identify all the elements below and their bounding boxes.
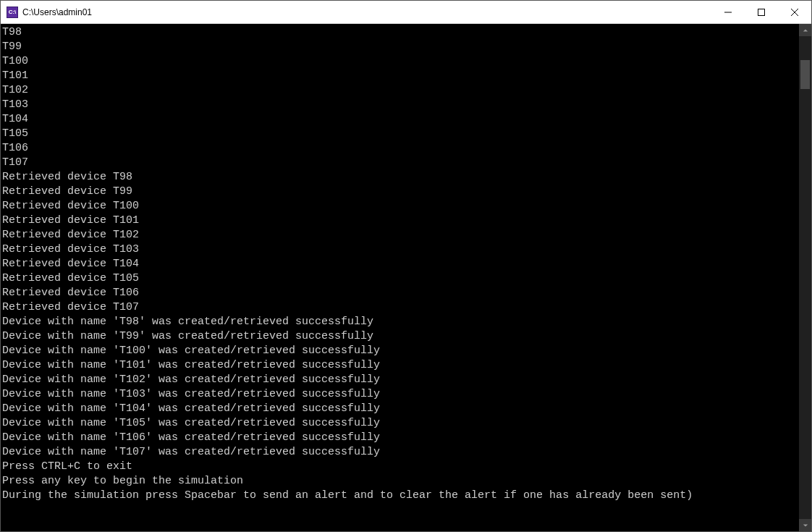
console-line: T100 — [2, 54, 799, 69]
console-line: Retrieved device T107 — [2, 300, 799, 315]
console-line: Retrieved device T106 — [2, 286, 799, 300]
console-line: Retrieved device T101 — [2, 214, 799, 228]
console-line: Device with name 'T107' was created/retr… — [2, 445, 799, 460]
minimize-icon — [724, 9, 732, 16]
console-line: Retrieved device T100 — [2, 199, 799, 214]
titlebar[interactable]: C:\ C:\Users\admin01 — [1, 1, 811, 24]
scroll-down-button[interactable] — [799, 519, 811, 531]
window-controls — [711, 1, 811, 23]
console-window: C:\ C:\Users\admin01 T98T99T100T101T102T… — [0, 0, 812, 532]
console-line: Retrieved device T99 — [2, 185, 799, 199]
console-line: T101 — [2, 69, 799, 83]
console-line: T106 — [2, 141, 799, 156]
console-line: Retrieved device T102 — [2, 228, 799, 242]
window-title: C:\Users\admin01 — [22, 7, 711, 17]
console-line: Press CTRL+C to exit — [2, 460, 799, 474]
chevron-down-icon — [803, 523, 808, 528]
console-line: Retrieved device T103 — [2, 242, 799, 257]
console-line: T103 — [2, 98, 799, 112]
console-line: Device with name 'T105' was created/retr… — [2, 416, 799, 431]
minimize-button[interactable] — [711, 1, 745, 23]
maximize-button[interactable] — [745, 1, 778, 23]
console-line: Device with name 'T98' was created/retri… — [2, 315, 799, 329]
console-line: T99 — [2, 40, 799, 54]
close-button[interactable] — [778, 1, 811, 23]
console-line: Retrieved device T104 — [2, 257, 799, 271]
console-line: During the simulation press Spacebar to … — [2, 489, 799, 503]
app-icon-text: C:\ — [9, 9, 17, 15]
console-output[interactable]: T98T99T100T101T102T103T104T105T106T107Re… — [1, 24, 799, 531]
console-line: Device with name 'T103' was created/retr… — [2, 387, 799, 402]
scrollbar-thumb[interactable] — [800, 60, 810, 89]
console-line: Device with name 'T102' was created/retr… — [2, 373, 799, 387]
console-line: T105 — [2, 127, 799, 141]
console-line: Device with name 'T104' was created/retr… — [2, 402, 799, 416]
console-line: Device with name 'T106' was created/retr… — [2, 431, 799, 445]
console-line: T104 — [2, 112, 799, 127]
console-line: Device with name 'T101' was created/retr… — [2, 358, 799, 373]
vertical-scrollbar[interactable] — [799, 24, 811, 531]
chevron-up-icon — [803, 28, 808, 33]
console-line: Device with name 'T100' was created/retr… — [2, 344, 799, 358]
console-line: Retrieved device T98 — [2, 170, 799, 185]
console-line: Device with name 'T99' was created/retri… — [2, 329, 799, 344]
scrollbar-track[interactable] — [799, 36, 811, 519]
console-line: Retrieved device T105 — [2, 271, 799, 286]
svg-rect-1 — [758, 9, 765, 15]
console-body: T98T99T100T101T102T103T104T105T106T107Re… — [1, 24, 811, 531]
app-icon: C:\ — [7, 7, 18, 18]
console-line: Press any key to begin the simulation — [2, 474, 799, 489]
console-line: T107 — [2, 156, 799, 170]
console-line: T98 — [2, 25, 799, 40]
scroll-up-button[interactable] — [799, 24, 811, 36]
console-line: T102 — [2, 83, 799, 98]
maximize-icon — [758, 9, 765, 16]
close-icon — [791, 9, 798, 16]
